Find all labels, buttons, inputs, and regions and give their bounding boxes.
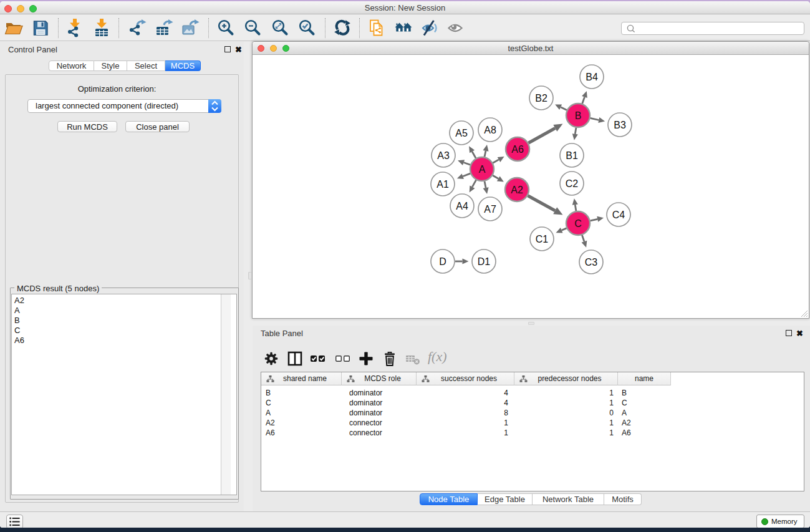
svg-text:B3: B3: [614, 120, 626, 130]
svg-text:B4: B4: [586, 72, 598, 82]
svg-text:B: B: [575, 110, 582, 121]
svg-text:D: D: [439, 256, 446, 267]
svg-text:A8: A8: [484, 125, 496, 135]
svg-text:A6: A6: [511, 144, 524, 155]
svg-text:C2: C2: [566, 178, 579, 189]
svg-text:A5: A5: [455, 128, 468, 138]
svg-text:A1: A1: [436, 179, 449, 190]
svg-text:C: C: [574, 218, 582, 229]
svg-text:A: A: [479, 164, 486, 175]
svg-text:D1: D1: [478, 256, 491, 267]
svg-text:A3: A3: [437, 150, 450, 161]
svg-text:B2: B2: [535, 93, 547, 104]
svg-text:A4: A4: [456, 201, 468, 211]
svg-text:B1: B1: [566, 150, 578, 161]
svg-text:C1: C1: [536, 234, 549, 244]
svg-text:A2: A2: [511, 185, 523, 195]
svg-text:C4: C4: [612, 210, 625, 220]
svg-text:C3: C3: [585, 257, 598, 268]
svg-text:A7: A7: [484, 204, 496, 215]
